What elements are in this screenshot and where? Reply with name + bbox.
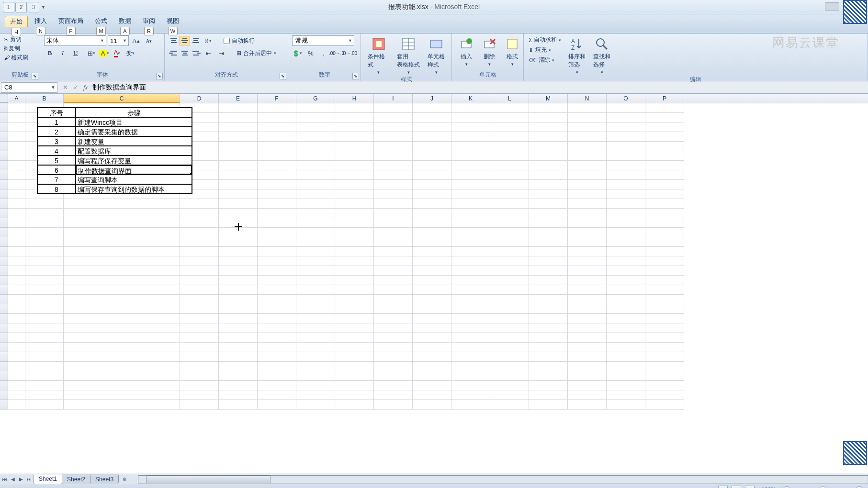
cell[interactable] (258, 390, 296, 400)
cell[interactable] (607, 237, 645, 247)
cell[interactable] (451, 314, 490, 323)
row-header[interactable] (0, 266, 8, 276)
col-header-F[interactable]: F (258, 94, 296, 103)
font-color-button[interactable]: A▾ (112, 48, 124, 58)
cell[interactable] (8, 333, 25, 343)
cell[interactable] (413, 161, 451, 170)
find-select-button[interactable]: 查找和 选择▾ (590, 35, 613, 76)
cell[interactable] (529, 189, 568, 199)
wrap-text-button[interactable]: 自动换行 (222, 36, 257, 46)
cell[interactable] (25, 266, 64, 276)
page-break-button[interactable] (745, 486, 755, 488)
cell[interactable] (413, 189, 451, 199)
number-launcher[interactable]: ⬊ (352, 73, 359, 79)
autosum-button[interactable]: Σ自动求和▾ (528, 35, 564, 44)
cell[interactable] (64, 314, 180, 323)
cell[interactable] (374, 352, 413, 362)
cell[interactable] (451, 256, 490, 266)
cell[interactable] (490, 170, 529, 180)
cell[interactable] (335, 247, 374, 256)
cell[interactable] (529, 122, 568, 132)
cell[interactable] (413, 151, 451, 161)
row-header[interactable] (0, 122, 8, 132)
cell[interactable] (568, 218, 607, 228)
cell[interactable] (296, 113, 335, 122)
cell[interactable] (219, 285, 258, 295)
cell[interactable] (8, 323, 25, 333)
qat-item-1[interactable]: 1 (3, 2, 14, 12)
cell[interactable] (296, 304, 335, 314)
cell[interactable] (335, 343, 374, 352)
cell[interactable] (25, 400, 64, 410)
cell[interactable] (258, 352, 296, 362)
cell[interactable] (451, 132, 490, 142)
wrap-checkbox[interactable] (224, 38, 230, 44)
row-header[interactable] (0, 362, 8, 371)
row-header[interactable] (0, 352, 8, 362)
cell[interactable] (296, 371, 335, 381)
row-header[interactable] (0, 323, 8, 333)
cell[interactable] (180, 333, 219, 343)
cell[interactable] (335, 266, 374, 276)
cell[interactable] (490, 218, 529, 228)
cell[interactable] (219, 199, 258, 209)
col-header-B[interactable]: B (25, 94, 64, 103)
enter-formula-button[interactable]: ✓ (71, 83, 80, 92)
cell[interactable] (607, 161, 645, 170)
cell[interactable] (180, 362, 219, 371)
cell[interactable] (451, 189, 490, 199)
cell[interactable] (219, 266, 258, 276)
cell[interactable] (645, 295, 684, 304)
cell[interactable] (296, 103, 335, 113)
cell[interactable] (25, 209, 64, 218)
cell[interactable] (335, 314, 374, 323)
table-cell-step[interactable]: 新建Wincc项目 (76, 117, 192, 127)
cell[interactable] (25, 237, 64, 247)
tab-M[interactable]: 公式 (90, 16, 112, 26)
cell[interactable] (607, 247, 645, 256)
cell[interactable] (180, 228, 219, 237)
cell[interactable] (607, 209, 645, 218)
cell[interactable] (568, 122, 607, 132)
cell[interactable] (529, 180, 568, 189)
cell[interactable] (219, 103, 258, 113)
cell[interactable] (335, 228, 374, 237)
col-header-M[interactable]: M (529, 94, 568, 103)
table-cell-step[interactable]: 配置数据库 (76, 146, 192, 155)
cell[interactable] (64, 237, 180, 247)
cell[interactable] (219, 304, 258, 314)
cell[interactable] (296, 151, 335, 161)
cell[interactable] (8, 161, 25, 170)
cell[interactable] (451, 295, 490, 304)
italic-button[interactable]: I (57, 48, 68, 58)
cell[interactable] (219, 323, 258, 333)
cell[interactable] (180, 276, 219, 285)
cell[interactable] (64, 381, 180, 390)
cell[interactable] (374, 237, 413, 247)
row-header[interactable] (0, 180, 8, 189)
cell[interactable] (645, 400, 684, 410)
row-header[interactable] (0, 218, 8, 228)
cell[interactable] (296, 400, 335, 410)
cell[interactable] (529, 237, 568, 247)
cell[interactable] (451, 343, 490, 352)
cell[interactable] (64, 256, 180, 266)
cell[interactable] (335, 180, 374, 189)
decrease-decimal-button[interactable]: .0→.00 (344, 48, 355, 58)
row-header[interactable] (0, 371, 8, 381)
cell[interactable] (645, 180, 684, 189)
cell[interactable] (180, 314, 219, 323)
cell[interactable] (645, 256, 684, 266)
cell[interactable] (645, 189, 684, 199)
cell[interactable] (607, 352, 645, 362)
table-cell-num[interactable]: 1 (37, 117, 76, 127)
cell[interactable] (490, 371, 529, 381)
cell[interactable] (219, 352, 258, 362)
table-cell-num[interactable]: 6 (37, 165, 76, 175)
cell[interactable] (258, 314, 296, 323)
cell[interactable] (490, 323, 529, 333)
cell[interactable] (25, 304, 64, 314)
row-header[interactable] (0, 142, 8, 151)
cell[interactable] (645, 285, 684, 295)
cell[interactable] (451, 218, 490, 228)
